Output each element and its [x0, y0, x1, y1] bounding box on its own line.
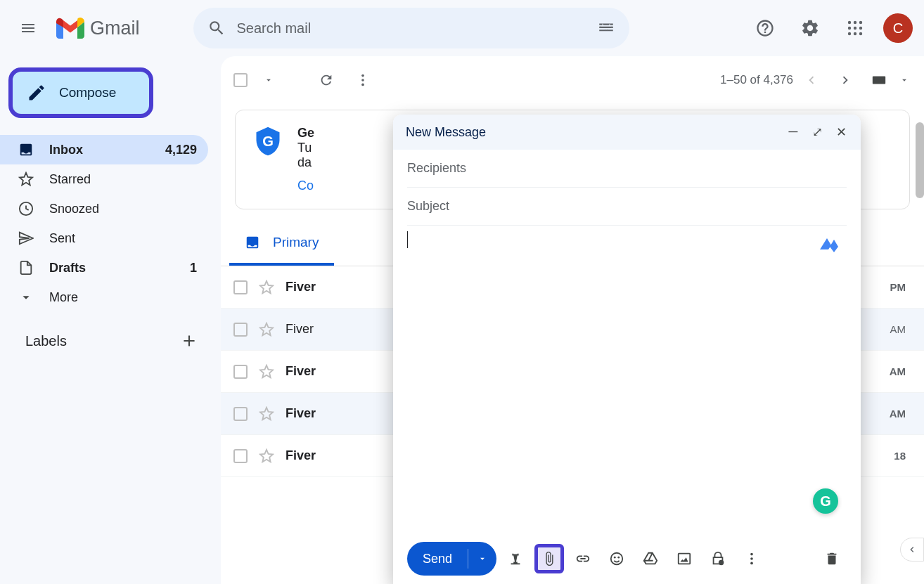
star-icon[interactable]: [259, 364, 274, 379]
select-all-checkbox[interactable]: [233, 73, 248, 87]
sidebar-item-snoozed[interactable]: Snoozed: [0, 194, 208, 223]
prev-page-button[interactable]: [796, 65, 827, 96]
nav-label: Inbox: [49, 143, 83, 157]
add-label-icon[interactable]: [180, 332, 198, 350]
search-input[interactable]: Search mail: [237, 20, 586, 37]
star-icon[interactable]: [259, 322, 274, 337]
refresh-button[interactable]: [311, 65, 342, 96]
svg-point-6: [848, 32, 851, 35]
subject-field[interactable]: Subject: [407, 188, 847, 226]
link-icon: [575, 551, 591, 566]
sidebar-item-sent[interactable]: Sent: [0, 223, 208, 253]
apps-button[interactable]: [838, 11, 872, 45]
svg-text:G: G: [262, 134, 274, 149]
star-icon[interactable]: [259, 448, 274, 464]
more-actions-button[interactable]: [347, 65, 378, 96]
input-tools-button[interactable]: [864, 65, 894, 96]
svg-point-11: [361, 84, 364, 86]
writing-assist-icon[interactable]: [819, 237, 840, 252]
fullscreen-icon[interactable]: ⤢: [810, 124, 824, 140]
compose-button[interactable]: Compose: [8, 67, 153, 118]
nav-label: Sent: [49, 231, 75, 246]
close-icon[interactable]: ✕: [834, 124, 848, 140]
compose-header[interactable]: New Message ─ ⤢ ✕: [393, 115, 861, 150]
keyboard-icon: [870, 72, 888, 88]
email-time: 18: [894, 450, 911, 462]
inbox-icon: [18, 142, 34, 157]
email-checkbox[interactable]: [233, 365, 248, 379]
pencil-icon: [27, 83, 46, 103]
email-sender: Fiver: [285, 364, 316, 379]
scrollbar-thumb[interactable]: [916, 122, 924, 198]
drive-icon: [643, 551, 658, 566]
insert-link-button[interactable]: [568, 544, 598, 573]
apps-grid-icon: [847, 20, 864, 37]
caret-down-icon: [477, 554, 487, 564]
email-checkbox[interactable]: [233, 323, 248, 337]
insert-drive-button[interactable]: [636, 544, 665, 573]
search-options-icon[interactable]: [597, 19, 615, 37]
email-sender: Fiver: [285, 322, 314, 337]
email-checkbox[interactable]: [233, 449, 248, 463]
caret-down-icon: [899, 75, 909, 85]
paperclip-icon: [541, 551, 557, 566]
svg-point-19: [719, 560, 724, 565]
svg-point-0: [848, 21, 851, 24]
insert-emoji-button[interactable]: [602, 544, 631, 573]
tab-primary[interactable]: Primary: [229, 222, 334, 266]
trash-icon: [824, 551, 840, 566]
header-actions: C: [748, 11, 913, 45]
side-panel-toggle[interactable]: [900, 538, 924, 562]
nav-label: Snoozed: [49, 202, 99, 216]
send-button[interactable]: Send: [407, 542, 496, 576]
star-icon[interactable]: [259, 406, 274, 422]
compose-body[interactable]: [407, 231, 847, 528]
more-options-button[interactable]: [737, 544, 766, 573]
discard-draft-button[interactable]: [817, 544, 847, 573]
settings-button[interactable]: [793, 11, 827, 45]
svg-rect-14: [511, 563, 520, 564]
svg-point-16: [614, 557, 616, 559]
sidebar-item-inbox[interactable]: Inbox 4,129: [0, 135, 208, 164]
grammarly-badge[interactable]: G: [813, 488, 838, 514]
pagination-label: 1–50 of 4,376: [720, 73, 793, 87]
search-bar[interactable]: Search mail: [193, 8, 629, 48]
inbox-icon: [245, 235, 260, 250]
svg-point-8: [859, 32, 862, 35]
lock-clock-icon: [710, 551, 726, 566]
minimize-icon[interactable]: ─: [786, 124, 800, 140]
sidebar-item-drafts[interactable]: Drafts 1: [0, 253, 208, 283]
star-icon[interactable]: [259, 280, 274, 295]
svg-point-3: [848, 27, 851, 30]
banner-link[interactable]: Co: [297, 179, 314, 193]
tab-label: Primary: [273, 235, 319, 250]
svg-point-9: [361, 74, 364, 77]
chevron-left-icon: [906, 544, 918, 555]
clock-icon: [18, 201, 34, 216]
attach-file-button[interactable]: [534, 544, 564, 573]
formatting-button[interactable]: [501, 544, 530, 573]
next-page-button[interactable]: [830, 65, 861, 96]
email-checkbox[interactable]: [233, 280, 248, 294]
main-menu-button[interactable]: [11, 11, 45, 45]
email-sender: Fiver: [285, 406, 316, 421]
send-options-dropdown[interactable]: [468, 542, 496, 576]
text-format-icon: [508, 551, 523, 566]
kebab-icon: [355, 72, 371, 88]
insert-image-button[interactable]: [669, 544, 699, 573]
chevron-left-icon: [804, 72, 819, 88]
sidebar-item-more[interactable]: More: [0, 283, 208, 312]
svg-point-1: [854, 21, 856, 24]
search-icon: [207, 19, 226, 37]
brand-label: Gmail: [90, 18, 140, 39]
support-button[interactable]: [748, 11, 782, 45]
recipients-field[interactable]: Recipients: [407, 150, 847, 188]
sidebar-item-starred[interactable]: Starred: [0, 164, 208, 194]
account-avatar[interactable]: C: [883, 13, 913, 43]
input-tools-dropdown[interactable]: [897, 65, 911, 96]
email-checkbox[interactable]: [233, 407, 248, 421]
gmail-icon: [56, 18, 84, 39]
gmail-logo[interactable]: Gmail: [51, 18, 146, 39]
select-dropdown[interactable]: [253, 65, 284, 96]
confidential-mode-button[interactable]: [703, 544, 733, 573]
